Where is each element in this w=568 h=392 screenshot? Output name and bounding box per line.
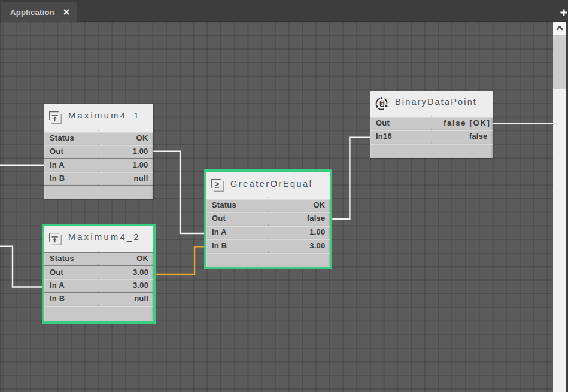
svg-text:B: B bbox=[381, 101, 385, 106]
